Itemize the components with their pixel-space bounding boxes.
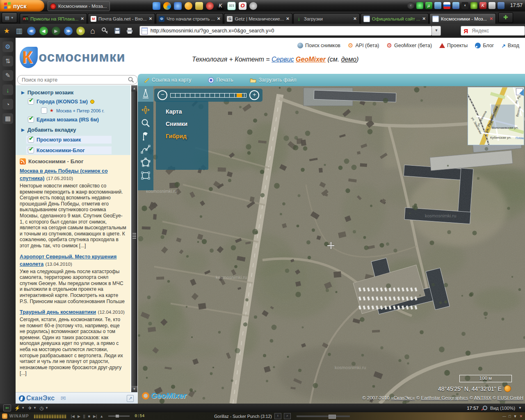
usb-icon[interactable] [470,2,477,9]
site-logo[interactable]: К осмоснимки [20,47,126,68]
zoom-out-button[interactable]: − [158,90,167,100]
winamp-icon[interactable] [2,413,7,419]
antrix-link[interactable]: ANTRIX [474,395,491,400]
timer-icon[interactable]: ◷▼ [40,405,48,411]
browser-tab[interactable]: M Почта Gala.net - Вхо... ✕ [88,13,155,24]
tab-close-icon[interactable]: ✕ [80,16,84,21]
taskbar-window-button[interactable]: Космоснимки - Моза... [48,1,110,11]
external-link-icon[interactable]: ↗ [127,395,134,402]
restore-button[interactable]: □ [509,414,511,418]
stop-button[interactable]: ■ [88,414,90,418]
tree-item-moscow-piter[interactable]: ★ Москва + Питер 2006 г. [41,107,130,114]
tab-close-icon[interactable]: ✕ [286,16,289,21]
map-link-button[interactable]: Ссылка на карту [144,77,192,83]
zoom-in-button[interactable]: ＋ [249,90,259,100]
geomixer-logo[interactable]: GeoMixer [142,391,187,400]
tab-close-icon[interactable]: ✕ [353,16,356,21]
dance-icon[interactable] [195,2,203,10]
mail-envelope-icon[interactable]: ✉ [61,395,66,402]
blog-post-link[interactable]: Траурный день космонавтики [20,309,96,315]
close-button[interactable]: ✕ [519,414,523,418]
passwords-keys-icon[interactable] [100,25,111,36]
compass-tool[interactable] [138,86,153,102]
tree-section-add-tab[interactable]: ▶Добавить вкладку [21,127,130,133]
qip-icon[interactable] [185,2,192,10]
prev-button[interactable]: |◀ [71,414,75,418]
volume-slider[interactable] [108,415,130,417]
zoom-track[interactable] [170,93,247,98]
pencil-icon[interactable]: ✎ [2,70,13,81]
satellite-map[interactable]: kosmosnimki.ru kosmosnimki.ru kosmosnimk… [138,86,525,404]
browser-tab-active[interactable]: Космоснимки - Моз... ✕ [429,13,496,24]
nav-geomixer[interactable]: ⚙GeoMixer (бета) [387,42,432,49]
url-bar[interactable] [139,26,432,36]
import-arrow-icon[interactable]: ⇐ [3,404,11,411]
icq-flower-icon[interactable] [416,2,423,9]
map-search-box[interactable] [17,75,138,84]
map-upload-button[interactable]: Загрузить файл [250,77,297,83]
play-button[interactable]: ▶ [78,414,80,418]
checkbox-unchecked[interactable] [41,107,47,114]
scanex-logo[interactable]: СканЭкс [19,395,55,402]
nav-blog[interactable]: Блог [475,43,494,48]
url-dropdown-button[interactable]: ▼ [432,26,441,36]
marker-flag-icon[interactable] [141,131,151,141]
calendar-icon[interactable]: 321 [227,2,236,10]
map-search-input[interactable] [21,77,128,83]
download-icon[interactable]: ↓ [2,84,13,95]
home-button[interactable]: ⌂ [87,25,98,36]
browser-tab[interactable]: Ф Что начали строить ... ✕ [156,13,223,24]
browser-tab[interactable]: ЯП Приколы на ЯПлака... ✕ [20,13,87,24]
pan-icon[interactable] [141,105,151,115]
nav-last-button[interactable]: ≫ [63,25,74,36]
scanex-copyright-link[interactable]: «СканЭкс» [391,395,415,400]
smiley-icon[interactable] [249,2,257,10]
zoom-level-knob[interactable] [237,94,242,97]
tab-close-icon[interactable]: ✕ [422,16,426,21]
tree-item-irs-mosaic[interactable]: Единая мозаика (IRS 6м) [28,116,130,123]
nav-forward-button[interactable]: ▶ [50,25,62,36]
info-button[interactable]: i [274,413,281,419]
new-tab-button[interactable]: ✚ [498,12,513,23]
ru-lang-flag-icon[interactable] [443,2,450,9]
tree-item-blog[interactable]: Космоснимки-Блог [26,146,112,154]
network-icon[interactable] [434,2,441,9]
layer-hybrid[interactable]: Гибрид [166,133,208,139]
overview-minimap[interactable]: ул. Лермонтова ул. Алехина ул. Землячки … [468,87,524,145]
swap-arrows-icon[interactable]: ⇅ [2,56,13,66]
geomixer-link[interactable]: GeoMixer [296,56,326,63]
demo-link[interactable]: демо [341,56,356,63]
printer-icon[interactable] [488,2,495,9]
tree-item-cities[interactable]: Города (IKONOS 1м) [28,98,130,105]
zoom-box-icon[interactable] [141,118,151,128]
nav-login[interactable]: ↗Вход [501,43,519,49]
yandex-search-input[interactable] [471,27,514,34]
kaspersky-icon[interactable]: K [479,2,486,9]
sidebar-panel-icon[interactable]: ▥ [14,25,25,36]
ruler-polyline-icon[interactable] [141,144,151,154]
scrollbar-grip[interactable] [132,233,136,239]
layer-map[interactable]: Карта [166,108,208,115]
browser-tab[interactable]: ↓ Загрузки ✕ [293,13,360,24]
nav-search-images[interactable]: Поиск снимков [297,43,340,48]
panel-icon[interactable]: ▦ [2,113,13,124]
net-status-icon[interactable]: ✈▼ [28,405,37,411]
opera-icon[interactable]: O [239,2,247,10]
volume-icon[interactable]: ◖ [461,2,468,9]
gear-icon[interactable]: ⚙ [2,41,13,52]
sidebar-scrollbar[interactable]: ▲ ▼ [131,85,137,392]
browser-tab[interactable]: G Getz | Механические... ✕ [224,13,292,24]
utorrent-icon[interactable]: µ [425,2,432,9]
scroll-down-icon[interactable]: ▼ [131,386,137,392]
search-icon[interactable] [128,77,134,83]
media-player-icon[interactable] [163,2,171,10]
earthstar-link[interactable]: Earthstar Geographics [421,395,468,400]
volume-knob[interactable] [116,415,119,418]
messenger-icon[interactable] [174,2,182,10]
proxy-icon[interactable]: ⚡▼ [14,405,25,411]
chevron-down-icon[interactable]: ▼ [518,406,522,410]
save-button[interactable] [112,25,123,36]
polygon-icon[interactable] [141,158,151,167]
url-input[interactable] [150,27,430,34]
checkbox-checked[interactable] [28,116,34,123]
